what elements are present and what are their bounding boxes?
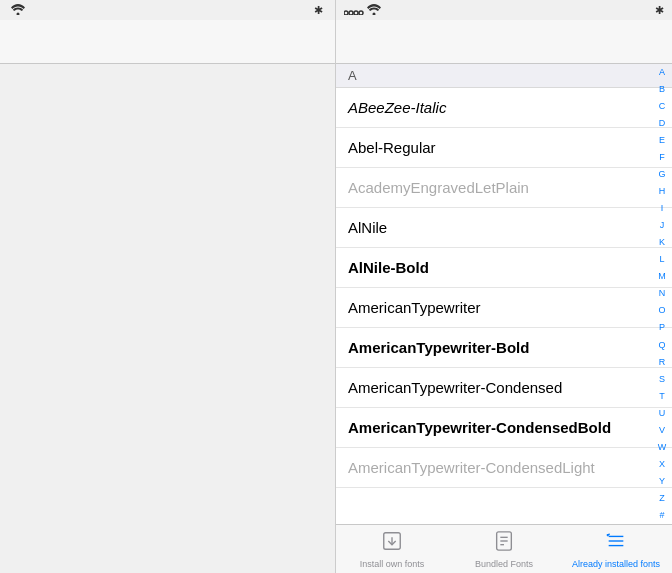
signal-dots-right: [344, 5, 367, 17]
nav-bar-right: [336, 20, 672, 64]
tab-icon-install: [381, 530, 403, 557]
alpha-index-f[interactable]: F: [654, 153, 670, 162]
alpha-index-#[interactable]: #: [654, 511, 670, 520]
alpha-index-w[interactable]: W: [654, 443, 670, 452]
carrier-right: [344, 5, 367, 17]
alpha-index-z[interactable]: Z: [654, 494, 670, 503]
alpha-index-x[interactable]: X: [654, 460, 670, 469]
alpha-index-l[interactable]: L: [654, 255, 670, 264]
alpha-index-g[interactable]: G: [654, 170, 670, 179]
alpha-index-b[interactable]: B: [654, 85, 670, 94]
left-panel: ✱: [0, 0, 336, 573]
alpha-index-c[interactable]: C: [654, 102, 670, 111]
alpha-index-h[interactable]: H: [654, 187, 670, 196]
font-item[interactable]: AmericanTypewriter-CondensedLight: [336, 448, 672, 488]
svg-point-5: [373, 13, 376, 16]
font-item[interactable]: AlNile-Bold: [336, 248, 672, 288]
alpha-index-u[interactable]: U: [654, 409, 670, 418]
font-item[interactable]: ABeeZee-Italic: [336, 88, 672, 128]
alpha-index-d[interactable]: D: [654, 119, 670, 128]
nav-bar-left: [0, 20, 335, 64]
svg-point-1: [344, 11, 348, 15]
alpha-index-n[interactable]: N: [654, 289, 670, 298]
right-panel: ✱ AABeeZee-ItalicAbel-RegularAcademyEngr…: [336, 0, 672, 573]
tab-bundled[interactable]: Bundled Fonts: [448, 525, 560, 573]
alpha-index-s[interactable]: S: [654, 375, 670, 384]
alpha-index-a[interactable]: A: [654, 68, 670, 77]
font-item[interactable]: AcademyEngravedLetPlain: [336, 168, 672, 208]
svg-point-2: [349, 11, 353, 15]
alpha-index-p[interactable]: P: [654, 323, 670, 332]
font-item[interactable]: AmericanTypewriter-CondensedBold: [336, 408, 672, 448]
tab-icon-bundled: [493, 530, 515, 557]
status-bar-right: ✱: [336, 0, 672, 20]
tab-install[interactable]: Install own fonts: [336, 525, 448, 573]
alpha-index[interactable]: ABCDEFGHIJKLMNOPQRSTUVWXYZ#: [654, 64, 670, 524]
wifi-right: [367, 5, 381, 17]
font-list: AABeeZee-ItalicAbel-RegularAcademyEngrav…: [336, 64, 672, 488]
tab-label-install: Install own fonts: [360, 559, 425, 569]
bluetooth-left: ✱: [314, 4, 323, 17]
font-item[interactable]: AlNile: [336, 208, 672, 248]
alpha-index-v[interactable]: V: [654, 426, 670, 435]
font-preview-area: [0, 64, 335, 573]
alpha-index-k[interactable]: K: [654, 238, 670, 247]
alpha-index-j[interactable]: J: [654, 221, 670, 230]
right-icons-right: ✱: [655, 4, 664, 17]
signal-right: [344, 3, 381, 17]
alpha-index-t[interactable]: T: [654, 392, 670, 401]
svg-point-3: [354, 11, 358, 15]
alpha-index-i[interactable]: I: [654, 204, 670, 213]
font-list-container[interactable]: AABeeZee-ItalicAbel-RegularAcademyEngrav…: [336, 64, 672, 524]
svg-point-0: [17, 12, 20, 15]
font-item[interactable]: AmericanTypewriter-Condensed: [336, 368, 672, 408]
tab-label-installed: Already installed fonts: [572, 559, 660, 569]
font-item[interactable]: AmericanTypewriter: [336, 288, 672, 328]
alpha-index-q[interactable]: Q: [654, 341, 670, 350]
wifi-left: [11, 4, 25, 17]
alpha-index-r[interactable]: R: [654, 358, 670, 367]
right-icons-left: ✱: [314, 4, 327, 17]
bluetooth-right: ✱: [655, 4, 664, 16]
tab-label-bundled: Bundled Fonts: [475, 559, 533, 569]
tab-icon-installed: [605, 530, 627, 557]
alpha-index-y[interactable]: Y: [654, 477, 670, 486]
alpha-index-o[interactable]: O: [654, 306, 670, 315]
svg-point-4: [359, 11, 363, 15]
font-item[interactable]: Abel-Regular: [336, 128, 672, 168]
tab-bar: Install own fontsBundled FontsAlready in…: [336, 524, 672, 573]
section-header-a: A: [336, 64, 672, 88]
alpha-index-e[interactable]: E: [654, 136, 670, 145]
tab-installed[interactable]: Already installed fonts: [560, 525, 672, 573]
signal-left: [8, 4, 25, 17]
status-bar-left: ✱: [0, 0, 335, 20]
alpha-index-m[interactable]: M: [654, 272, 670, 281]
font-item[interactable]: AmericanTypewriter-Bold: [336, 328, 672, 368]
